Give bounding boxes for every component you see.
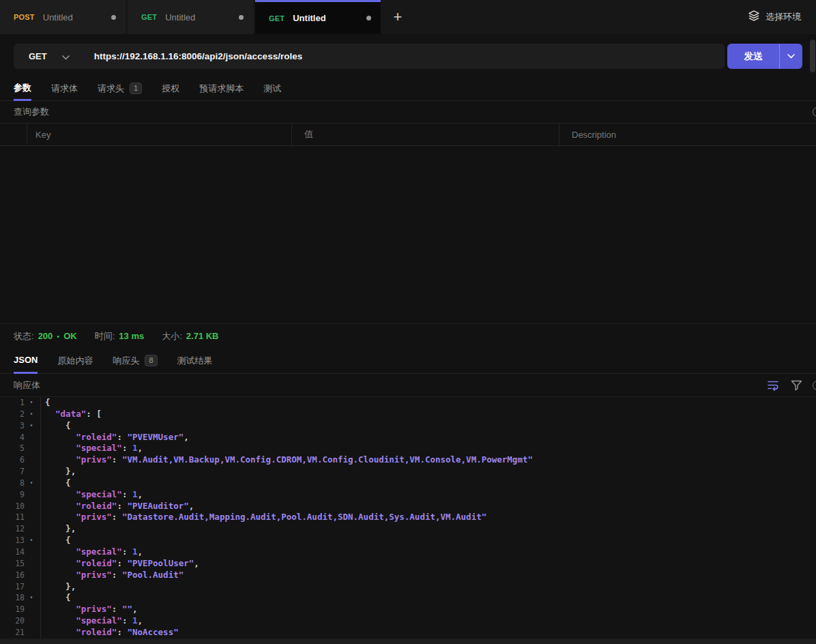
tab-label: 参数 [14, 82, 31, 94]
wrap-text-icon[interactable] [767, 379, 780, 391]
request-tab-3-active[interactable]: GET Untitled [255, 0, 381, 34]
filter-icon[interactable] [791, 380, 802, 391]
code-line: 4 "roleid": "PVEVMUser", [0, 432, 816, 443]
url-input[interactable]: https://192.168.1.16:8006/api2/json/acce… [94, 51, 302, 61]
fold-toggle-icon[interactable]: ▾ [25, 535, 38, 546]
tab-body[interactable]: 请求体 [51, 76, 78, 100]
send-options-chevron-icon[interactable] [780, 44, 802, 69]
fold-spacer [25, 570, 38, 581]
code-line: 12 }, [0, 523, 816, 535]
code-line: 13▾ { [0, 535, 816, 546]
code-editor[interactable]: 1▾{2▾ "data": [3▾ {4 "roleid": "PVEVMUse… [0, 397, 816, 639]
code-line: 19 "privs": "", [0, 604, 816, 615]
line-number: 18 [0, 592, 25, 604]
code-text: "special": 1, [41, 489, 143, 501]
tab-params[interactable]: 参数 [14, 76, 31, 101]
new-tab-button[interactable]: + [383, 0, 413, 34]
line-gutter: 13▾ [0, 535, 41, 546]
line-number: 7 [0, 466, 25, 478]
method-dropdown[interactable]: GET [14, 44, 82, 69]
code-text: { [41, 535, 71, 546]
tab-raw[interactable]: 原始内容 [57, 348, 93, 373]
request-tab-2[interactable]: GET Untitled [128, 0, 253, 34]
tab-json[interactable]: JSON [14, 348, 38, 374]
line-number: 4 [0, 432, 25, 443]
line-number: 9 [0, 489, 25, 501]
send-button[interactable]: 发送 [727, 44, 802, 69]
tab-response-headers[interactable]: 响应头8 [113, 348, 157, 373]
environment-selector-label: 选择环境 [766, 11, 801, 23]
code-text: "roleid": "NoAccess" [41, 627, 179, 639]
params-col-value[interactable]: 值 [292, 123, 559, 145]
params-col-key[interactable]: Key [27, 123, 292, 145]
response-status-bar: 状态: 200 • OK 时间: 13 ms 大小: 2.71 KB [0, 323, 816, 348]
bottom-scrollbar-track[interactable] [0, 639, 816, 644]
fold-spacer [25, 454, 38, 466]
line-gutter: 6 [0, 454, 41, 466]
line-number: 1 [0, 397, 25, 409]
method-dropdown-value: GET [29, 51, 47, 61]
col-header-label: 值 [304, 128, 313, 141]
code-line: 18▾ { [0, 592, 816, 604]
tab-headers[interactable]: 请求头1 [98, 76, 142, 100]
line-gutter: 1▾ [0, 397, 41, 409]
status-text: OK [63, 331, 77, 341]
fold-toggle-icon[interactable]: ▾ [25, 592, 38, 604]
code-line: 15 "roleid": "PVEPoolUser", [0, 558, 816, 570]
fold-spacer [25, 546, 38, 558]
line-number: 13 [0, 535, 25, 546]
code-text: }, [41, 523, 76, 535]
time-indicator: 时间: 13 ms [95, 330, 145, 342]
line-gutter: 19 [0, 604, 41, 615]
params-col-description[interactable]: Description [559, 123, 816, 145]
fold-spacer [25, 615, 38, 627]
code-text: "privs": "VM.Audit,VM.Backup,VM.Config.C… [41, 454, 533, 466]
fold-toggle-icon[interactable]: ▾ [25, 397, 38, 409]
tab-title: Untitled [165, 12, 239, 23]
chevron-down-icon [62, 50, 70, 63]
search-icon[interactable] [813, 381, 816, 390]
help-icon[interactable] [813, 107, 816, 117]
response-headers-count-badge: 8 [145, 355, 157, 366]
tab-pre-request-script[interactable]: 预请求脚本 [199, 76, 244, 100]
environment-selector[interactable]: 选择环境 [748, 0, 816, 34]
tab-title: Untitled [43, 12, 111, 23]
params-col-checkbox [0, 123, 27, 145]
size-label: 大小: [162, 330, 182, 342]
fold-toggle-icon[interactable]: ▾ [25, 420, 38, 432]
tab-label: 请求头 [98, 83, 124, 95]
code-line: 3▾ { [0, 420, 816, 432]
fold-toggle-icon[interactable]: ▾ [25, 478, 38, 489]
tab-auth[interactable]: 授权 [162, 76, 179, 100]
code-text: "privs": "Datastore.Audit,Mapping.Audit,… [41, 512, 486, 523]
col-header-label: Key [35, 130, 50, 140]
code-line: 14 "special": 1, [0, 546, 816, 558]
code-text: "roleid": "PVEVMUser", [41, 432, 189, 443]
tab-test-results[interactable]: 测试结果 [177, 348, 213, 373]
code-line: 16 "privs": "Pool.Audit" [0, 570, 816, 581]
fold-spacer [25, 443, 38, 454]
unsaved-dot-icon [366, 16, 371, 20]
line-gutter: 12 [0, 523, 41, 535]
request-tab-1[interactable]: POST Untitled [0, 0, 126, 34]
fold-spacer [25, 466, 38, 478]
vertical-scrollbar-thumb[interactable] [810, 40, 815, 72]
tab-label: 预请求脚本 [199, 83, 244, 95]
code-line: 10 "roleid": "PVEAuditor", [0, 501, 816, 512]
line-gutter: 3▾ [0, 420, 41, 432]
top-tab-bar: POST Untitled GET Untitled GET Untitled … [0, 0, 816, 34]
fold-toggle-icon[interactable]: ▾ [25, 409, 38, 420]
line-gutter: 15 [0, 558, 41, 570]
tab-label: 授权 [162, 83, 179, 95]
line-number: 16 [0, 570, 25, 581]
line-gutter: 2▾ [0, 409, 41, 420]
status-indicator: 状态: 200 • OK [14, 330, 77, 342]
unsaved-dot-icon [111, 15, 116, 20]
line-gutter: 11 [0, 512, 41, 523]
code-text: "privs": "Pool.Audit" [41, 570, 184, 581]
code-line: 7 }, [0, 466, 816, 478]
line-number: 10 [0, 501, 25, 512]
line-number: 2 [0, 409, 25, 420]
tab-tests[interactable]: 测试 [263, 76, 281, 100]
line-gutter: 18▾ [0, 592, 41, 604]
